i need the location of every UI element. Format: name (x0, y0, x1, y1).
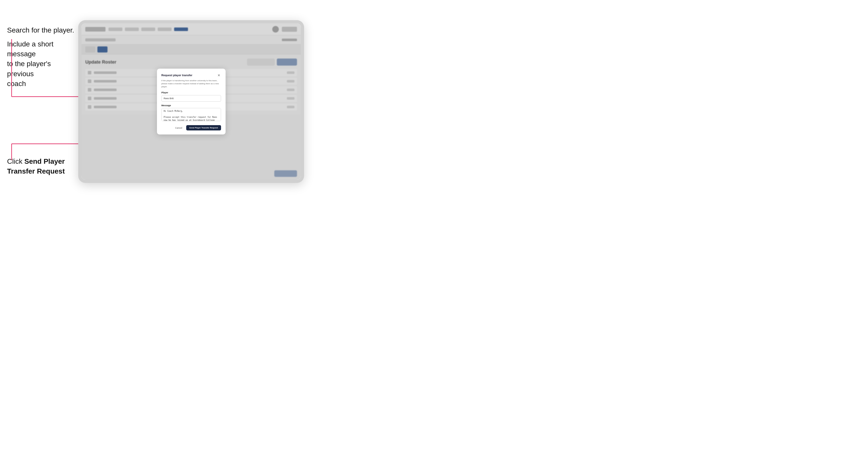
message-label: Message (161, 104, 221, 107)
close-icon[interactable]: ✕ (217, 73, 221, 77)
annotation-click: Click Send Player Transfer Request (7, 156, 68, 176)
dialog-title: Request player transfer (161, 74, 192, 77)
send-transfer-request-button[interactable]: Send Player Transfer Request (186, 125, 221, 130)
cancel-button[interactable]: Cancel (173, 126, 184, 130)
dialog-overlay: Request player transfer ✕ If the player … (81, 23, 301, 180)
dialog-actions: Cancel Send Player Transfer Request (161, 125, 221, 130)
tablet-screen: Update Roster (81, 23, 301, 180)
player-label: Player (161, 91, 221, 94)
annotation-search: Search for the player. (7, 25, 74, 35)
tablet-device: Update Roster (78, 20, 304, 183)
player-input[interactable] (161, 95, 221, 102)
transfer-dialog: Request player transfer ✕ If the player … (157, 69, 225, 134)
dialog-header: Request player transfer ✕ (161, 73, 221, 77)
dialog-description: If the player is transferring from anoth… (161, 79, 221, 88)
annotation-message: Include a short message to the player's … (7, 39, 73, 89)
message-textarea[interactable]: Hi Coach McHarg, Please accept this tran… (161, 108, 221, 121)
